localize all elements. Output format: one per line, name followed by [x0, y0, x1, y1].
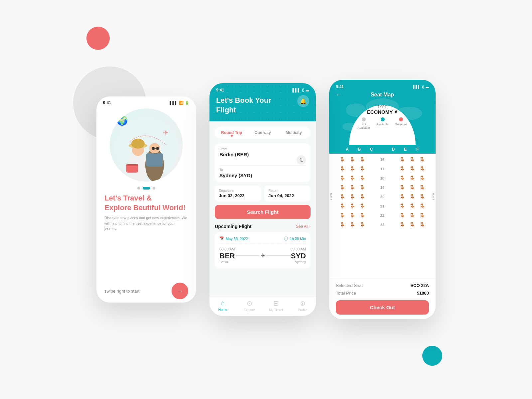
- seat-17-E[interactable]: 🪑: [408, 165, 417, 173]
- seat-18-B[interactable]: 🪑: [348, 175, 357, 182]
- back-button[interactable]: ←: [336, 91, 342, 98]
- seat-18-E[interactable]: 🪑: [408, 175, 417, 182]
- seat-16-B[interactable]: 🪑: [348, 156, 357, 163]
- seat-17-A[interactable]: 🪑: [338, 165, 347, 173]
- seat-20-F[interactable]: 🪑: [418, 193, 427, 200]
- seat-group-left-17: 🪑🪑🪑: [338, 165, 367, 173]
- seat-22-C[interactable]: 🪑: [358, 212, 367, 219]
- seat-19-F[interactable]: 🪑: [418, 184, 427, 191]
- dot-1[interactable]: [137, 187, 140, 190]
- seat-17-D[interactable]: 🪑: [398, 165, 407, 173]
- notification-bell[interactable]: 🔔: [297, 95, 309, 107]
- seat-20-D[interactable]: 🪑: [398, 193, 407, 200]
- tab-round-trip[interactable]: Round Trip: [216, 128, 247, 137]
- checkout-button[interactable]: Check Out: [336, 300, 429, 315]
- departure-value: Jun 02, 2022: [219, 193, 257, 198]
- seat-20-C[interactable]: 🪑: [358, 193, 367, 200]
- dot-2-active[interactable]: [143, 187, 150, 190]
- seat-16-F[interactable]: 🪑: [418, 156, 427, 163]
- return-value: Jun 04, 2022: [268, 193, 307, 198]
- plane-nose: TYPE ECONOMY ∨ NotAvailable Availab: [349, 105, 416, 145]
- seat-21-B[interactable]: 🪑: [348, 202, 357, 210]
- legend-available: Available: [376, 117, 388, 129]
- seat-21-C[interactable]: 🪑: [358, 202, 367, 210]
- decorative-red-circle: [86, 27, 110, 50]
- available-label: Available: [376, 123, 388, 126]
- departure-date-box[interactable]: Departure Jun 02, 2022: [215, 186, 261, 201]
- seat-23-E[interactable]: 🪑: [408, 221, 417, 228]
- seat-grid: 🪑🪑🪑16🪑🪑🪑🪑🪑🪑17🪑🪑🪑🪑🪑🪑18🪑🪑🪑🪑🪑🪑19🪑🪑🪑EXITEXIT…: [329, 154, 436, 278]
- available-dot: [381, 117, 385, 121]
- seat-20-B[interactable]: 🪑: [348, 193, 357, 200]
- plane-icon: ✈: [261, 252, 265, 259]
- legend-not-available: NotAvailable: [358, 117, 370, 129]
- nav-home[interactable]: ⌂ Home: [209, 299, 236, 312]
- seat-17-F[interactable]: 🪑: [418, 165, 427, 173]
- seat-16-E[interactable]: 🪑: [408, 156, 417, 163]
- seat-22-F[interactable]: 🪑: [418, 212, 427, 219]
- flight-card-header: 📅 May 30, 2022 🕐 1h 30 Min: [219, 236, 306, 244]
- status-time-1: 9:41: [103, 100, 111, 105]
- field-divider: [219, 165, 306, 166]
- seat-22-B[interactable]: 🪑: [348, 212, 357, 219]
- battery-icon: 🔋: [185, 101, 190, 105]
- seat-22-D[interactable]: 🪑: [398, 212, 407, 219]
- seat-group-left-21: 🪑🪑🪑: [338, 202, 367, 210]
- nav-explore[interactable]: ⊙ Explore: [236, 299, 263, 312]
- seat-21-F[interactable]: 🪑: [418, 202, 427, 210]
- seat-20-A[interactable]: 🪑: [338, 193, 347, 200]
- seat-16-D[interactable]: 🪑: [398, 156, 407, 163]
- search-flight-button[interactable]: Search Flight: [215, 205, 311, 219]
- seat-19-D[interactable]: 🪑: [398, 184, 407, 191]
- seat-18-F[interactable]: 🪑: [418, 175, 427, 182]
- swipe-button[interactable]: →: [172, 283, 188, 299]
- swap-icon[interactable]: ⇅: [297, 155, 306, 165]
- tab-one-way[interactable]: One way: [247, 128, 278, 137]
- nav-ticket[interactable]: ⊟ My Ticket: [263, 299, 289, 312]
- seat-19-A[interactable]: 🪑: [338, 184, 347, 191]
- seat-23-D[interactable]: 🪑: [398, 221, 407, 228]
- seat-18-C[interactable]: 🪑: [358, 175, 367, 182]
- svg-rect-11: [156, 147, 159, 150]
- seat-20-E[interactable]: 🪑: [408, 193, 417, 200]
- seat-18-A[interactable]: 🪑: [338, 175, 347, 182]
- route-line-right: [266, 255, 291, 256]
- departure-city: 08:00 AM BER Berlin: [219, 247, 235, 264]
- dot-3[interactable]: [153, 187, 155, 190]
- seat-23-B[interactable]: 🪑: [348, 221, 357, 228]
- swipe-row: swipe right to start →: [96, 277, 196, 299]
- to-value[interactable]: Sydney (SYD): [219, 173, 306, 178]
- seat-23-F[interactable]: 🪑: [418, 221, 427, 228]
- seat-22-E[interactable]: 🪑: [408, 212, 417, 219]
- seat-row-18: 🪑🪑🪑18🪑🪑🪑: [329, 174, 436, 183]
- seat-16-C[interactable]: 🪑: [358, 156, 367, 163]
- seat-17-B[interactable]: 🪑: [348, 165, 357, 173]
- seat-21-D[interactable]: 🪑: [398, 202, 407, 210]
- date-row: Departure Jun 02, 2022 Return Jun 04, 20…: [215, 186, 311, 201]
- flight-card[interactable]: 📅 May 30, 2022 🕐 1h 30 Min 08:00 AM BER …: [215, 232, 311, 268]
- class-type-label: TYPE ECONOMY ∨ NotAvailable Availab: [349, 105, 416, 129]
- swipe-hint: swipe right to start: [104, 289, 140, 294]
- nav-profile[interactable]: ⊛ Profile: [289, 299, 316, 312]
- status-bar-1: 9:41 ▌▌▌ 📶 🔋: [96, 96, 196, 105]
- onboarding-title: Let's Travel & Explore Beutiful World!: [104, 194, 188, 212]
- seat-21-A[interactable]: 🪑: [338, 202, 347, 210]
- seat-row-22: 🪑🪑🪑22🪑🪑🪑: [329, 211, 436, 220]
- seat-18-D[interactable]: 🪑: [398, 175, 407, 182]
- return-date-box[interactable]: Return Jun 04, 2022: [264, 186, 311, 201]
- seat-21-E[interactable]: 🪑: [408, 202, 417, 210]
- seat-19-E[interactable]: 🪑: [408, 184, 417, 191]
- seat-22-A[interactable]: 🪑: [338, 212, 347, 219]
- seat-23-A[interactable]: 🪑: [338, 221, 347, 228]
- see-all-link[interactable]: See All ›: [296, 224, 311, 229]
- seat-group-left-22: 🪑🪑🪑: [338, 212, 367, 219]
- tab-multicity[interactable]: Multicity: [278, 128, 309, 137]
- seat-23-C[interactable]: 🪑: [358, 221, 367, 228]
- seat-row-17: 🪑🪑🪑17🪑🪑🪑: [329, 164, 436, 174]
- booking-body: Round Trip One way Multicity From Berlin…: [209, 121, 316, 296]
- svg-rect-9: [146, 153, 163, 167]
- seat-19-B[interactable]: 🪑: [348, 184, 357, 191]
- seat-17-C[interactable]: 🪑: [358, 165, 367, 173]
- seat-16-A[interactable]: 🪑: [338, 156, 347, 163]
- seat-19-C[interactable]: 🪑: [358, 184, 367, 191]
